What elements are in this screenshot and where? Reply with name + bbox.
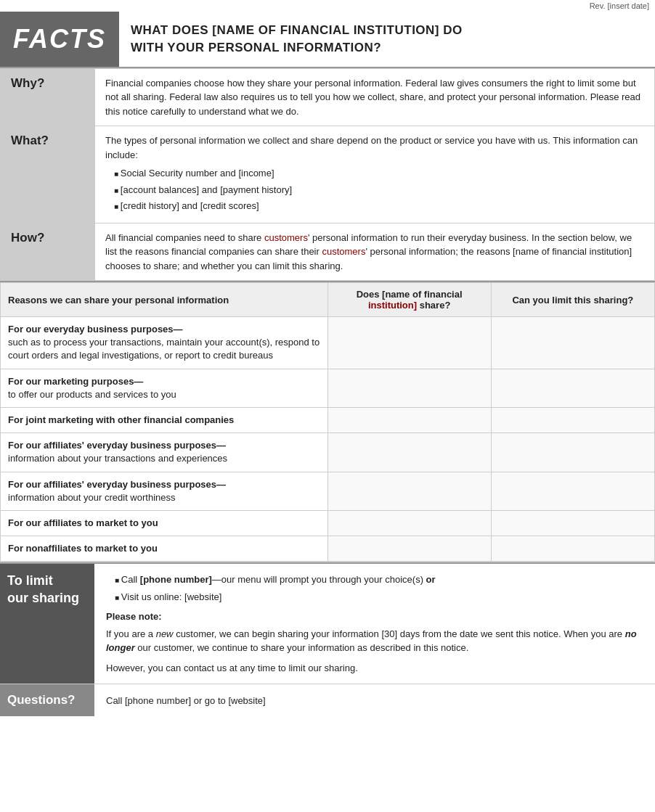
- bullet1-dash: —our menu will prompt you through your c…: [212, 574, 426, 585]
- limit-sharing-row: To limitour sharing Call [phone number]—…: [0, 564, 655, 684]
- how-label: How?: [1, 223, 95, 281]
- header-title: WHAT DOES [NAME OF FINANCIAL INSTITUTION…: [119, 12, 474, 67]
- sharing-row: For our affiliates to market to you: [1, 510, 655, 536]
- sharing-cell-can-limit: [491, 369, 654, 407]
- sharing-cell-does-share: [328, 369, 491, 407]
- sharing-cell-does-share: [328, 408, 491, 433]
- sharing-cell-normal: to offer our products and services to yo…: [8, 389, 176, 400]
- sharing-row: For nonaffiliates to market to you: [1, 536, 655, 562]
- bullet1-bold: [phone number]: [140, 574, 212, 585]
- sharing-col1-header: Reasons we can share your personal infor…: [1, 283, 328, 317]
- what-label: What?: [1, 126, 95, 223]
- sharing-cell-reason: For our affiliates' everyday business pu…: [1, 433, 328, 472]
- sharing-cell-bold: For our affiliates' everyday business pu…: [8, 479, 226, 490]
- col2-header-end: share?: [417, 300, 450, 311]
- limit-para2: However, you can contact us at any time …: [106, 661, 643, 676]
- header-heading: WHAT DOES [NAME OF FINANCIAL INSTITUTION…: [131, 22, 463, 57]
- sharing-cell-reason: For our affiliates' everyday business pu…: [1, 472, 328, 510]
- limit-para1: If you are a new customer, we can begin …: [106, 627, 643, 655]
- questions-content: Call [phone number] or go to [website]: [94, 686, 655, 715]
- limit-sharing-list: Call [phone number]—our menu will prompt…: [115, 573, 643, 604]
- para1-italic: new: [156, 628, 174, 639]
- what-intro: The types of personal information we col…: [105, 135, 638, 160]
- list-item: [credit history] and [credit scores]: [114, 199, 644, 213]
- sharing-cell-does-share: [328, 510, 491, 536]
- info-table: Why? Financial companies choose how they…: [0, 68, 655, 282]
- sharing-cell-does-share: [328, 472, 491, 510]
- sharing-col2-header: Does [name of financial institution] sha…: [328, 283, 491, 317]
- col1-header-label: Reasons we can share your personal infor…: [8, 295, 229, 305]
- sharing-cell-reason: For our affiliates to market to you: [1, 510, 328, 536]
- bottom-section: To limitour sharing Call [phone number]—…: [0, 562, 655, 716]
- how-customers1: customers: [264, 232, 308, 243]
- limit-sharing-content: Call [phone number]—our menu will prompt…: [94, 564, 655, 684]
- limit-sharing-label-text: To limitour sharing: [7, 573, 79, 607]
- sharing-cell-can-limit: [491, 472, 654, 510]
- bullet2-link: [website]: [184, 591, 221, 602]
- sharing-col3-header: Can you limit this sharing?: [491, 283, 654, 317]
- bullet2-pre: Visit us online:: [121, 591, 184, 602]
- how-row: How? All financial companies need to sha…: [1, 223, 655, 281]
- para1-pre: If you are a: [106, 628, 156, 639]
- list-item: Social Security number and [income]: [114, 166, 644, 181]
- what-content: The types of personal information we col…: [95, 126, 655, 223]
- bullet1-or: or: [426, 574, 436, 585]
- sharing-cell-bold: For nonaffiliates to market to you: [8, 543, 158, 554]
- sharing-cell-bold: For our affiliates' everyday business pu…: [8, 440, 226, 451]
- sharing-cell-does-share: [328, 433, 491, 472]
- why-row: Why? Financial companies choose how they…: [1, 68, 655, 126]
- what-row: What? The types of personal information …: [1, 126, 655, 223]
- sharing-cell-reason: For joint marketing with other financial…: [1, 408, 328, 433]
- why-content: Financial companies choose how they shar…: [95, 68, 655, 126]
- sharing-section: Reasons we can share your personal infor…: [0, 281, 655, 562]
- sharing-cell-can-limit: [491, 317, 654, 369]
- sharing-table: Reasons we can share your personal infor…: [0, 282, 655, 562]
- sharing-cell-bold: For our marketing purposes—: [8, 376, 143, 387]
- para1-mid: customer, we can begin sharing your info…: [174, 628, 625, 639]
- sharing-cell-bold: For our affiliates to market to you: [8, 517, 158, 528]
- list-item: [account balances] and [payment history]: [114, 183, 644, 197]
- sharing-row: For our marketing purposes—to offer our …: [1, 369, 655, 407]
- questions-row: Questions? Call [phone number] or go to …: [0, 684, 655, 716]
- col2-header-main: Does [name of financial: [357, 289, 463, 300]
- sharing-row: For joint marketing with other financial…: [1, 408, 655, 433]
- limit-bullet1: Call [phone number]—our menu will prompt…: [115, 573, 643, 587]
- sharing-cell-bold: For our everyday business purposes—: [8, 324, 183, 335]
- sharing-cell-normal: information about your credit worthiness: [8, 492, 176, 503]
- sharing-cell-can-limit: [491, 510, 654, 536]
- rev-date: Rev. [insert date]: [0, 0, 655, 12]
- sharing-cell-reason: For our marketing purposes—to offer our …: [1, 369, 328, 407]
- sharing-header-row: Reasons we can share your personal infor…: [1, 283, 655, 317]
- col3-header-label: Can you limit this sharing?: [512, 295, 633, 305]
- limit-sharing-label: To limitour sharing: [0, 564, 94, 684]
- how-text-before: All financial companies need to share: [105, 232, 264, 243]
- sharing-row: For our affiliates' everyday business pu…: [1, 472, 655, 510]
- sharing-row: For our affiliates' everyday business pu…: [1, 433, 655, 472]
- para1-end: our customer, we continue to share your …: [135, 642, 469, 653]
- sharing-cell-reason: For nonaffiliates to market to you: [1, 536, 328, 562]
- bullet1-pre: Call: [121, 574, 140, 585]
- sharing-cell-does-share: [328, 536, 491, 562]
- sharing-cell-can-limit: [491, 433, 654, 472]
- how-customers2: customers: [322, 246, 365, 257]
- sharing-row: For our everyday business purposes—such …: [1, 317, 655, 369]
- sharing-cell-can-limit: [491, 536, 654, 562]
- sharing-cell-bold: For joint marketing with other financial…: [8, 414, 234, 425]
- limit-bullet2: Visit us online: [website]: [115, 590, 643, 604]
- header: FACTS WHAT DOES [NAME OF FINANCIAL INSTI…: [0, 12, 655, 68]
- facts-label: FACTS: [0, 12, 119, 67]
- sharing-cell-does-share: [328, 317, 491, 369]
- sharing-cell-normal: such as to process your transactions, ma…: [8, 337, 320, 361]
- how-content: All financial companies need to share cu…: [95, 223, 655, 281]
- sharing-cell-normal: information about your transactions and …: [8, 453, 227, 464]
- please-note: Please note:: [106, 610, 643, 624]
- why-label: Why?: [1, 68, 95, 126]
- questions-label: Questions?: [0, 684, 94, 716]
- col2-header-sub: institution]: [368, 300, 417, 311]
- sharing-cell-reason: For our everyday business purposes—such …: [1, 317, 328, 369]
- what-list: Social Security number and [income] [acc…: [114, 166, 644, 213]
- sharing-cell-can-limit: [491, 408, 654, 433]
